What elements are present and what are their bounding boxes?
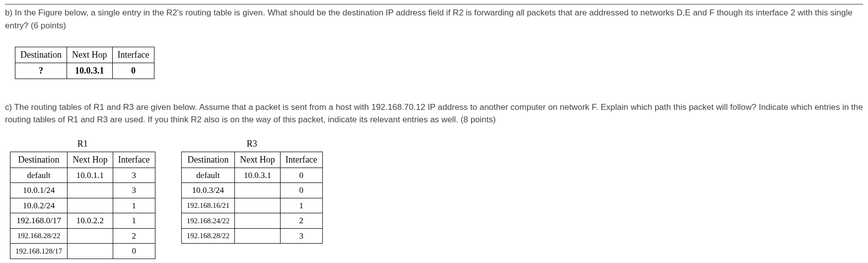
table-row: 192.168.16/21 1 [181,198,322,213]
r1-nexthop [68,228,113,244]
r1-dest: 10.0.1/24 [10,183,68,198]
r3-iface: 0 [280,168,322,183]
r3-iface: 3 [280,228,322,244]
r1-block: R1 Destination Next Hop Interface defaul… [7,135,158,263]
r2-entry-table-wrap: Destination Next Hop Interface ? 10.0.3.… [11,44,158,84]
question-b-text: b) In the Figure below, a single entry i… [5,6,863,32]
r2-entry-table: Destination Next Hop Interface ? 10.0.3.… [15,47,154,79]
r3-nexthop [235,198,281,213]
r3-dest: default [181,168,235,183]
r1-dest: 192.168.128/17 [10,244,68,259]
col-destination: Destination [15,47,67,63]
r1-nexthop: 10.0.2.2 [68,213,113,229]
table-row: 192.168.128/17 0 [10,244,155,259]
r1-nexthop: 10.0.1.1 [68,168,113,183]
r1-col-destination: Destination [10,152,68,168]
r3-nexthop [235,228,281,244]
r1-iface: 0 [113,244,155,259]
col-nexthop: Next Hop [67,47,113,63]
table-row: 192.168.28/22 2 [10,228,155,244]
col-interface: Interface [112,47,154,63]
r3-dest: 192.168.24/22 [181,213,235,229]
table-row: 192.168.24/22 2 [181,213,322,229]
table-row: ? 10.0.3.1 0 [15,63,154,79]
r1-caption: R1 [77,137,88,151]
question-c-text: c) The routing tables of R1 and R3 are g… [5,101,863,126]
r1-nexthop [68,183,113,198]
r1-dest: 192.168.28/22 [10,228,68,244]
r1-col-nexthop: Next Hop [68,152,113,168]
r1-iface: 3 [113,183,155,198]
cell-dest-unknown: ? [15,63,67,79]
r3-dest: 10.0.3/24 [181,183,235,198]
r3-block: R3 Destination Next Hop Interface defaul… [178,135,326,248]
r1-iface: 1 [113,198,155,213]
table-row: 192.168.28/22 3 [181,228,322,244]
r3-iface: 0 [280,183,322,198]
r1-iface: 3 [113,168,155,183]
r3-caption: R3 [247,137,257,151]
table-row: default 10.0.3.1 0 [181,168,322,183]
r3-dest: 192.168.16/21 [181,198,235,213]
r3-iface: 2 [280,213,322,229]
r1-table: Destination Next Hop Interface default 1… [10,152,155,259]
cell-nexthop: 10.0.3.1 [67,63,113,79]
r1-nexthop [68,244,113,259]
r1-dest: default [10,168,68,183]
table-row: default 10.0.1.1 3 [10,168,155,183]
r1-iface: 2 [113,228,155,244]
r3-col-interface: Interface [280,152,322,168]
r1-col-interface: Interface [113,152,155,168]
r3-nexthop: 10.0.3.1 [235,168,281,183]
table-row: 10.0.1/24 3 [10,183,155,198]
r3-nexthop [235,213,281,229]
table-row: 192.168.0/17 10.0.2.2 1 [10,213,155,229]
r3-iface: 1 [280,198,322,213]
r3-nexthop [235,183,281,198]
table-row: 10.0.3/24 0 [181,183,322,198]
r3-col-nexthop: Next Hop [235,152,281,168]
table-row: 10.0.2/24 1 [10,198,155,213]
r1-dest: 10.0.2/24 [10,198,68,213]
r1-nexthop [68,198,113,213]
cell-iface: 0 [112,63,154,79]
r3-dest: 192.168.28/22 [181,228,235,244]
routing-tables-row: R1 Destination Next Hop Interface defaul… [7,135,863,263]
r3-col-destination: Destination [181,152,235,168]
r3-table: Destination Next Hop Interface default 1… [181,152,323,244]
r1-iface: 1 [113,213,155,229]
r1-dest: 192.168.0/17 [10,213,68,229]
